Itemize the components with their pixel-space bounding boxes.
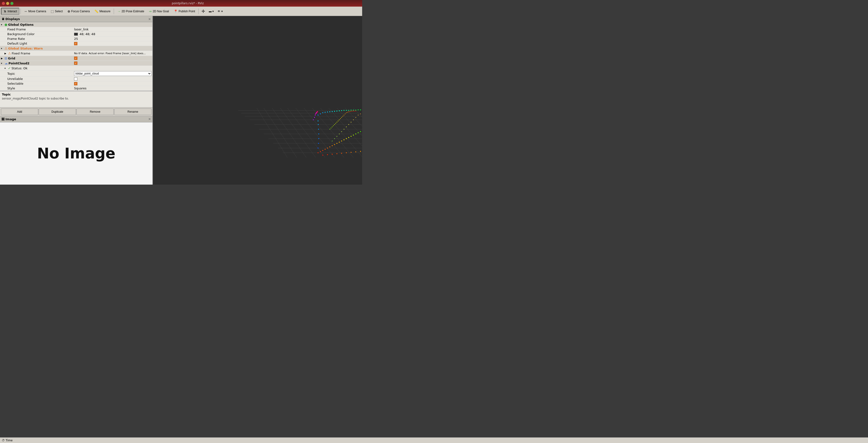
svg-point-60 xyxy=(339,110,340,111)
svg-point-121 xyxy=(317,147,318,148)
svg-point-43 xyxy=(360,131,361,132)
viewport-panel[interactable] xyxy=(153,16,362,184)
status-ok-row[interactable]: ▾ ✓ Status: Ok xyxy=(0,66,152,71)
image-panel-header: 🖼 Image ✕ xyxy=(0,116,152,122)
global-options-row[interactable]: ▾ ● Global Options xyxy=(0,22,152,27)
minimize-button[interactable] xyxy=(6,2,9,5)
svg-point-113 xyxy=(347,112,348,113)
pointcloud2-row[interactable]: ▾ ☁ PointCloud2 ✓ xyxy=(0,61,152,66)
status-fixed-frame-arrow[interactable]: ▶ xyxy=(4,52,7,55)
global-options-arrow[interactable]: ▾ xyxy=(1,23,4,26)
rename-button[interactable]: Rename xyxy=(114,108,152,115)
focus-camera-icon: ⊕ xyxy=(67,9,70,13)
svg-point-52 xyxy=(320,113,321,114)
svg-point-89 xyxy=(314,117,315,118)
image-panel: 🖼 Image ✕ No Image xyxy=(0,116,152,185)
toolbar: 🖱 Interact ↔ Move Camera ⬚ Select ⊕ Focu… xyxy=(0,7,362,16)
svg-point-130 xyxy=(337,136,337,137)
svg-point-106 xyxy=(339,120,340,120)
svg-point-31 xyxy=(332,145,333,146)
no-image-area: No Image xyxy=(0,122,152,185)
plus-button[interactable]: ✛ xyxy=(200,8,207,15)
nav-goal-button[interactable]: ⇒ 2D Nav Goal xyxy=(147,8,171,15)
svg-point-34 xyxy=(339,142,340,143)
svg-point-110 xyxy=(344,115,344,115)
pose-estimate-button[interactable]: → 2D Pose Estimate xyxy=(115,8,146,15)
global-status-row[interactable]: ▾ ⚠ Global Status: Warn xyxy=(0,46,152,51)
grid-checkbox[interactable]: ✓ xyxy=(74,57,78,60)
focus-camera-button[interactable]: ⊕ Focus Camera xyxy=(65,8,92,15)
svg-point-140 xyxy=(360,114,361,114)
global-options-label: Global Options xyxy=(8,23,33,26)
svg-point-88 xyxy=(313,119,314,120)
svg-point-125 xyxy=(318,129,319,130)
move-camera-button[interactable]: ↔ Move Camera xyxy=(22,8,48,15)
svg-point-90 xyxy=(315,114,316,115)
svg-point-27 xyxy=(322,150,323,151)
camera-button[interactable]: 👁 ▾ xyxy=(216,8,224,15)
topic-row: Topic /slidar_point_cloud xyxy=(0,71,152,77)
publish-point-icon: 📍 xyxy=(174,9,178,13)
unreliable-checkbox[interactable] xyxy=(74,77,78,81)
add-button[interactable]: Add xyxy=(1,108,38,115)
focus-camera-label: Focus Camera xyxy=(71,10,90,13)
svg-point-151 xyxy=(327,154,328,155)
duplicate-button[interactable]: Duplicate xyxy=(39,108,76,115)
global-status-arrow[interactable]: ▾ xyxy=(1,47,4,50)
selectable-label: Selectable xyxy=(7,82,23,86)
status-ok-icon: ✓ xyxy=(8,66,11,70)
bg-color-swatch[interactable] xyxy=(74,33,78,36)
status-ok-arrow[interactable]: ▾ xyxy=(4,67,7,70)
window-controls[interactable] xyxy=(2,2,13,5)
svg-point-134 xyxy=(346,127,347,127)
default-light-label: Default Light xyxy=(7,42,27,45)
svg-point-35 xyxy=(341,140,342,141)
remove-button[interactable]: Remove xyxy=(76,108,114,115)
svg-point-128 xyxy=(332,141,333,141)
measure-button[interactable]: 📏 Measure xyxy=(92,8,113,15)
image-panel-close-button[interactable]: ✕ xyxy=(148,117,151,121)
default-light-checkbox[interactable]: ✓ xyxy=(74,42,78,45)
measure-label: Measure xyxy=(99,10,111,13)
topic-select[interactable]: /slidar_point_cloud xyxy=(74,71,152,76)
svg-rect-0 xyxy=(153,16,362,184)
pointcloud2-arrow[interactable]: ▾ xyxy=(1,62,4,65)
grid-icon: ⊞ xyxy=(4,56,7,60)
select-button[interactable]: ⬚ Select xyxy=(49,8,65,15)
status-ok-label: Status: Ok xyxy=(11,67,28,70)
tree-panel[interactable]: ▾ ● Global Options Fixed Frame laser_lin… xyxy=(0,22,152,91)
svg-point-111 xyxy=(345,114,346,114)
svg-point-33 xyxy=(336,143,337,144)
interact-button[interactable]: 🖱 Interact xyxy=(1,8,19,15)
svg-point-59 xyxy=(336,110,337,111)
viewport-canvas[interactable] xyxy=(153,16,362,184)
displays-title: 🖥 Displays xyxy=(1,17,20,21)
fixed-frame-row: Fixed Frame laser_link xyxy=(0,27,152,32)
global-status-label: Global Status: Warn xyxy=(8,47,43,50)
pose-estimate-label: 2D Pose Estimate xyxy=(122,10,144,13)
grid-arrow[interactable]: ▶ xyxy=(1,57,4,60)
close-button[interactable] xyxy=(2,2,5,5)
svg-point-64 xyxy=(348,110,349,111)
svg-point-155 xyxy=(346,152,347,153)
pointcloud2-checkbox[interactable]: ✓ xyxy=(74,62,78,65)
image-panel-title: 🖼 Image xyxy=(1,117,16,121)
maximize-button[interactable] xyxy=(10,2,13,5)
svg-point-38 xyxy=(348,137,349,138)
unreliable-label: Unreliable xyxy=(7,77,23,81)
grid-row[interactable]: ▶ ⊞ Grid ✓ xyxy=(0,56,152,61)
style-label: Style xyxy=(7,87,15,90)
selectable-checkbox[interactable]: ✓ xyxy=(74,82,78,86)
svg-point-53 xyxy=(322,112,323,113)
svg-point-112 xyxy=(346,112,347,113)
svg-point-63 xyxy=(346,110,347,111)
svg-point-122 xyxy=(318,143,319,144)
move-camera-label: Move Camera xyxy=(28,10,46,13)
topic-dropdown[interactable]: /slidar_point_cloud xyxy=(74,71,152,76)
svg-point-152 xyxy=(332,154,333,155)
view-button[interactable]: ▬ ▾ xyxy=(207,8,215,15)
displays-close-button[interactable]: ✕ xyxy=(148,17,151,21)
publish-point-button[interactable]: 📍 Publish Point xyxy=(172,8,197,15)
info-title: Topic xyxy=(2,93,151,96)
svg-point-39 xyxy=(350,136,351,137)
